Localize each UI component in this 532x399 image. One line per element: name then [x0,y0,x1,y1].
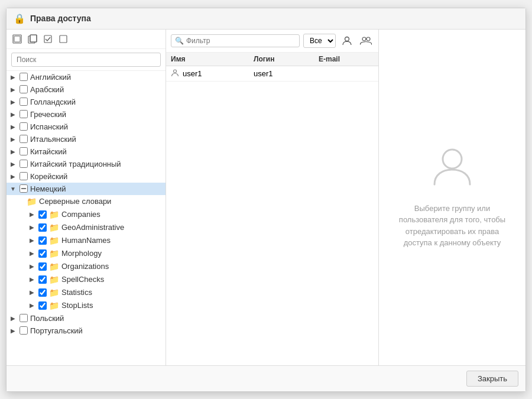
label-de-stat: Statistics [61,288,92,297]
svg-rect-6 [60,35,67,43]
svg-rect-3 [30,35,37,42]
toolbar-btn-check-all[interactable] [42,33,54,45]
toolbar-btn-uncheck-all[interactable] [57,33,69,45]
expander-lang-zht[interactable]: ▶ [9,160,17,168]
checkbox-de-geo[interactable] [38,223,47,232]
dialog-title-text: Права доступа [30,14,91,23]
tree-item-de-server[interactable]: ▶ 📁 Серверные словари [7,195,166,208]
label-lang-de: Немецкий [30,184,66,193]
tree-item-de-geo[interactable]: ▶ 📁 GeoAdministrative [7,221,166,234]
tree-item-lang-zht[interactable]: ▶ Китайский традиционный [7,158,166,170]
checkbox-lang-pt[interactable] [20,326,28,335]
user-row-icon [171,69,179,79]
checkbox-lang-de[interactable] [20,184,28,193]
expander-de-stop[interactable]: ▶ [28,301,36,310]
toolbar-btn-refresh[interactable] [11,33,23,45]
expander-lang-nl[interactable]: ▶ [9,98,17,106]
expander-lang-es[interactable]: ▶ [9,122,17,131]
expander-lang-ko[interactable]: ▶ [9,172,17,180]
col-header-name: Имя [171,55,254,63]
label-de-stop: StopLists [61,301,93,310]
tree-item-lang-zh[interactable]: ▶ Китайский [7,145,166,158]
expander-lang-pt[interactable]: ▶ [9,326,17,335]
svg-point-7 [345,37,349,41]
checkbox-de-companies[interactable] [38,210,47,219]
checkbox-lang-pl[interactable] [20,314,28,322]
expander-lang-de[interactable]: ▼ [9,184,17,193]
checkbox-lang-gr[interactable] [20,110,28,118]
tree-item-de-morph[interactable]: ▶ 📁 Morphology [7,247,166,260]
checkbox-lang-zh[interactable] [20,147,28,155]
expander-de-org[interactable]: ▶ [28,262,36,271]
tree-item-lang-it[interactable]: ▶ Итальянский [7,133,166,145]
checkbox-de-human[interactable] [38,236,47,245]
expander-lang-gr[interactable]: ▶ [9,110,17,118]
checkbox-lang-ko[interactable] [20,172,28,180]
toolbar-btn-copy[interactable] [27,33,38,45]
filter-bar: 🔍 Все [166,30,378,53]
label-lang-en: Английский [30,73,71,82]
tree-item-lang-de[interactable]: ▼ Немецкий [7,183,166,195]
checkbox-de-stat[interactable] [38,288,47,297]
tree-item-lang-ko[interactable]: ▶ Корейский [7,170,166,183]
checkbox-lang-it[interactable] [20,135,28,143]
checkbox-lang-en[interactable] [20,73,28,81]
placeholder-user-icon [432,146,473,196]
checkbox-de-spell[interactable] [38,275,47,284]
checkbox-lang-zht[interactable] [20,160,28,168]
expander-de-stat[interactable]: ▶ [28,288,36,297]
tree-item-lang-pl[interactable]: ▶ Польский [7,312,166,325]
checkbox-lang-ar[interactable] [20,85,28,93]
tree-item-de-companies[interactable]: ▶ 📁 Companies [7,208,166,221]
folder-icon-org: 📁 [49,262,59,271]
checkbox-de-stop[interactable] [38,301,47,310]
folder-icon-morph: 📁 [49,249,59,258]
table-row[interactable]: user1 user1 [166,66,378,82]
label-de-server: Серверные словари [39,197,111,206]
filter-user-btn[interactable] [339,33,355,48]
tree-item-de-org[interactable]: ▶ 📁 Organizations [7,260,166,273]
label-lang-pt: Португальский [30,326,83,335]
checkbox-lang-es[interactable] [20,122,28,131]
expander-de-companies[interactable]: ▶ [28,210,36,219]
checkbox-de-org[interactable] [38,262,47,271]
checkbox-de-morph[interactable] [38,249,47,258]
expander-de-human[interactable]: ▶ [28,236,36,245]
tree-item-de-spell[interactable]: ▶ 📁 SpellChecks [7,273,166,286]
tree-item-lang-nl[interactable]: ▶ Голландский [7,96,166,108]
folder-icon-stop: 📁 [49,301,59,310]
tree-item-de-stop[interactable]: ▶ 📁 StopLists [7,299,166,312]
filter-type-select[interactable]: Все [303,34,336,48]
label-lang-gr: Греческий [30,110,66,119]
expander-de-morph[interactable]: ▶ [28,249,36,258]
tree-item-lang-en[interactable]: ▶ Английский [7,71,166,83]
expander-lang-ar[interactable]: ▶ [9,85,17,93]
tree-item-de-human[interactable]: ▶ 📁 HumanNames [7,234,166,247]
svg-rect-1 [14,36,20,42]
expander-lang-pl[interactable]: ▶ [9,314,17,322]
access-rights-dialog: 🔒 Права доступа [6,8,526,392]
dialog-body: ▶ Английский ▶ Арабский ▶ Голландский [7,30,525,365]
lock-icon: 🔒 [14,13,25,24]
tree-item-de-stat[interactable]: ▶ 📁 Statistics [7,286,166,299]
close-button[interactable]: Закрыть [466,371,518,387]
expander-de-geo[interactable]: ▶ [28,223,36,232]
table-header: Имя Логин E-mail [166,53,378,66]
tree-item-lang-es[interactable]: ▶ Испанский [7,121,166,133]
label-lang-ko: Корейский [30,172,67,181]
expander-de-spell[interactable]: ▶ [28,275,36,284]
filter-input-wrap: 🔍 [171,34,300,47]
expander-lang-en[interactable]: ▶ [9,73,17,81]
filter-group-btn[interactable] [358,33,374,48]
checkbox-lang-nl[interactable] [20,98,28,106]
tree-container[interactable]: ▶ Английский ▶ Арабский ▶ Голландский [7,71,166,365]
expander-lang-it[interactable]: ▶ [9,135,17,143]
label-lang-zht: Китайский традиционный [30,160,121,168]
tree-item-lang-gr[interactable]: ▶ Греческий [7,108,166,121]
filter-input[interactable] [186,37,296,45]
tree-item-lang-ar[interactable]: ▶ Арабский [7,83,166,96]
expander-lang-zh[interactable]: ▶ [9,147,17,155]
tree-item-lang-pt[interactable]: ▶ Португальский [7,325,166,337]
search-input[interactable] [11,53,161,67]
col-header-email: E-mail [319,55,374,63]
